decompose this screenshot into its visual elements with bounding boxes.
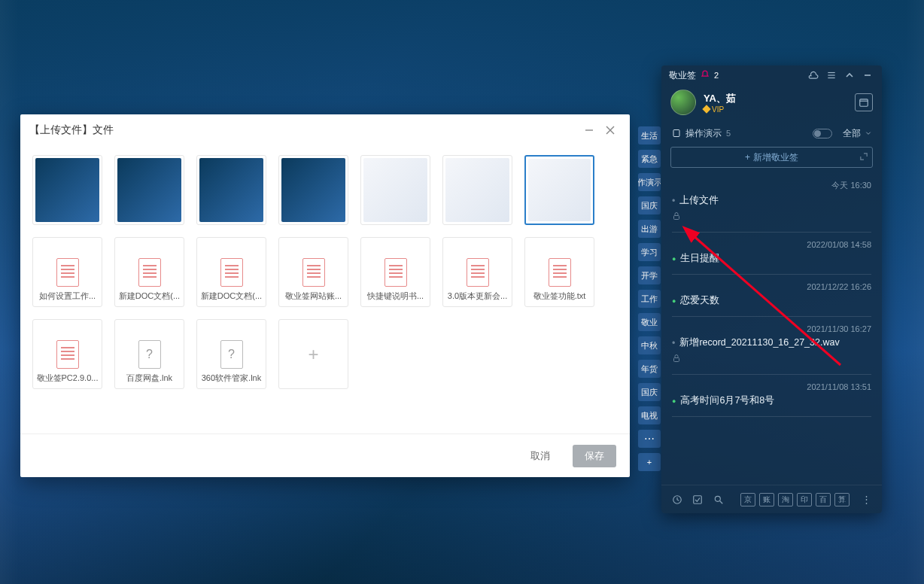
panel-footer: 京账淘印百算 ⋮ <box>661 485 882 513</box>
avatar[interactable] <box>670 90 696 115</box>
category-tag[interactable]: 工作 <box>638 290 661 308</box>
close-button[interactable] <box>600 120 621 141</box>
file-name: 敬业签功能.txt <box>528 290 591 302</box>
panel-titlebar: 敬业签 2 <box>661 65 882 85</box>
svg-point-14 <box>715 496 720 501</box>
note-title: ●高考时间6月7号和8号 <box>672 394 871 407</box>
more-tags-button[interactable]: ⋯ <box>638 430 661 448</box>
lock-icon <box>672 211 871 223</box>
file-name: 新建DOC文档(... <box>118 290 181 302</box>
bell-icon[interactable] <box>701 70 710 81</box>
file-tile[interactable]: 如何设置工作... <box>32 237 102 307</box>
file-name: 新建DOC文档(... <box>200 290 263 302</box>
username: YA、茹 <box>704 92 736 105</box>
file-grid: 如何设置工作...新建DOC文档(...新建DOC文档(...敬业签网站账...… <box>20 146 630 433</box>
category-tag[interactable]: 学习 <box>638 243 661 261</box>
svg-line-15 <box>720 500 723 503</box>
file-tile[interactable]: 快捷键说明书... <box>360 237 430 307</box>
file-tile[interactable]: 敬业签网站账... <box>278 237 348 307</box>
note-title: •新增record_20211130_16_27_32.wav <box>672 336 871 349</box>
chevron-down-icon <box>865 130 871 136</box>
category-tag[interactable]: 年货 <box>638 360 661 378</box>
collapse-icon[interactable] <box>843 68 856 82</box>
file-tile[interactable] <box>360 155 430 225</box>
document-icon <box>56 258 79 287</box>
document-icon <box>384 258 407 287</box>
note-timestamp: 2022/01/08 14:58 <box>672 240 871 249</box>
footer-shortcut[interactable]: 算 <box>834 493 850 506</box>
thumbnail <box>35 158 99 222</box>
file-name: 如何设置工作... <box>36 290 99 302</box>
footer-shortcut[interactable]: 京 <box>740 493 755 506</box>
file-tile[interactable]: 新建DOC文档(... <box>114 237 184 307</box>
thumbnail <box>281 158 345 222</box>
footer-shortcut[interactable]: 印 <box>797 493 812 506</box>
file-tile[interactable]: 敬业签PC2.9.0... <box>32 319 102 389</box>
note-item[interactable]: 2021/11/08 13:51●高考时间6月7号和8号 <box>672 375 871 417</box>
file-tile[interactable] <box>114 155 184 225</box>
cancel-button[interactable]: 取消 <box>518 445 562 467</box>
save-button[interactable]: 保存 <box>573 445 616 467</box>
svg-rect-10 <box>674 216 679 220</box>
file-tile[interactable]: 敬业签功能.txt <box>524 237 594 307</box>
file-tile[interactable]: ?360软件管家.lnk <box>196 319 266 389</box>
note-item[interactable]: 2021/12/22 16:26●恋爱天数 <box>672 275 871 317</box>
category-tag[interactable]: 作演示 <box>638 173 661 191</box>
category-tag[interactable]: 国庆 <box>638 196 661 214</box>
unknown-file-icon: ? <box>138 340 161 369</box>
category-tag[interactable]: 中秋 <box>638 336 661 354</box>
cloud-sync-icon[interactable] <box>807 68 820 82</box>
file-tile[interactable] <box>442 155 512 225</box>
note-title: ●恋爱天数 <box>672 294 871 307</box>
note-timestamp: 2021/11/30 16:27 <box>672 324 871 333</box>
category-tag[interactable]: 生活 <box>638 126 661 144</box>
category-tag[interactable]: 电视 <box>638 406 661 424</box>
unknown-file-icon: ? <box>220 340 243 369</box>
document-icon <box>138 258 161 287</box>
file-tile[interactable] <box>32 155 102 225</box>
document-icon <box>549 258 571 287</box>
calendar-icon[interactable] <box>855 93 873 111</box>
minimize-button[interactable] <box>579 120 600 141</box>
document-icon <box>467 258 489 287</box>
search-icon[interactable] <box>712 492 725 507</box>
user-row: YA、茹 VIP <box>661 85 882 123</box>
file-tile[interactable]: 3.0版本更新会... <box>442 237 512 307</box>
note-item[interactable]: 今天 16:30•上传文件 <box>672 172 871 233</box>
note-item[interactable]: 2021/11/30 16:27•新增record_20211130_16_27… <box>672 317 871 375</box>
check-icon[interactable] <box>691 492 705 507</box>
note-timestamp: 2021/11/08 13:51 <box>672 382 871 391</box>
footer-shortcut[interactable]: 淘 <box>778 493 793 506</box>
category-tags: 生活紧急作演示国庆出游学习开学工作敬业中秋年货国庆电视⋯+ <box>638 126 661 471</box>
category-tag[interactable]: 出游 <box>638 220 661 238</box>
file-tile[interactable]: ?百度网盘.lnk <box>114 319 184 389</box>
panel-minimize-icon[interactable] <box>861 68 874 82</box>
add-note-label: 新增敬业签 <box>753 151 798 164</box>
lock-icon <box>672 354 871 365</box>
footer-shortcut[interactable]: 百 <box>816 493 831 506</box>
view-toggle[interactable] <box>813 129 832 138</box>
upload-file-dialog: 【上传文件】文件 如何设置工作...新建DOC文档(...新建DOC文档(...… <box>20 114 630 477</box>
category-tag[interactable]: 开学 <box>638 266 661 284</box>
add-tag-button[interactable]: + <box>638 453 661 471</box>
section-count: 5 <box>726 129 731 138</box>
svg-rect-9 <box>673 130 679 137</box>
category-tag[interactable]: 国庆 <box>638 383 661 401</box>
more-icon[interactable]: ⋮ <box>860 492 874 507</box>
file-tile[interactable]: 新建DOC文档(... <box>196 237 266 307</box>
thumbnail <box>445 158 509 222</box>
file-tile[interactable] <box>196 155 266 225</box>
category-tag[interactable]: 敬业 <box>638 313 661 331</box>
note-title: ●生日提醒 <box>672 252 871 265</box>
file-tile[interactable] <box>524 155 594 225</box>
menu-icon[interactable] <box>825 68 838 82</box>
file-tile[interactable] <box>278 155 348 225</box>
add-note-button[interactable]: + 新增敬业签 <box>670 147 873 168</box>
note-item[interactable]: 2022/01/08 14:58●生日提醒 <box>672 233 871 275</box>
filter-label[interactable]: 全部 <box>843 127 861 140</box>
add-file-button[interactable]: + <box>278 319 348 389</box>
expand-icon[interactable] <box>860 152 868 163</box>
clock-icon[interactable] <box>670 492 684 507</box>
footer-shortcut[interactable]: 账 <box>759 493 774 506</box>
category-tag[interactable]: 紧急 <box>638 150 661 168</box>
